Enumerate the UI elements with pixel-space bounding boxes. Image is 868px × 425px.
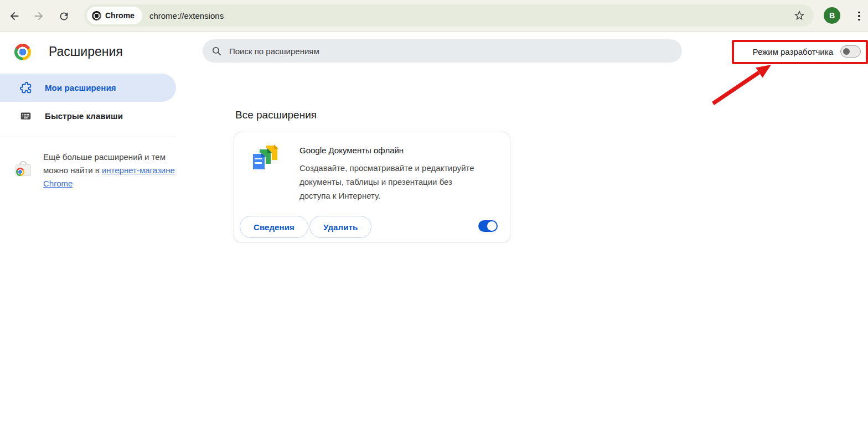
- sidebar-item-my-extensions[interactable]: Мои расширения: [0, 74, 176, 102]
- annotation-arrow: [703, 58, 781, 111]
- puzzle-icon: [20, 82, 32, 94]
- section-title: Все расширения: [235, 109, 317, 121]
- promo-line: Ещё больше расширений и: [43, 152, 149, 162]
- remove-button[interactable]: Удалить: [309, 216, 371, 238]
- forward-icon[interactable]: [32, 9, 45, 23]
- reload-icon[interactable]: [57, 9, 70, 23]
- extension-card: Google Документы офлайн Создавайте, прос…: [234, 132, 510, 242]
- browser-toolbar: Chrome chrome://extensions B: [0, 0, 868, 32]
- keyboard-icon: [20, 110, 32, 122]
- extension-icon: [252, 144, 280, 171]
- developer-mode-toggle[interactable]: [840, 45, 861, 58]
- profile-avatar[interactable]: B: [824, 7, 840, 24]
- page-title: Расширения: [49, 44, 123, 59]
- search-input[interactable]: [229, 46, 639, 56]
- sidebar-item-shortcuts[interactable]: Быстрые клавиши: [0, 102, 176, 130]
- extension-enabled-toggle[interactable]: [478, 220, 498, 232]
- extensions-search-bar[interactable]: [203, 39, 682, 63]
- address-bar[interactable]: Chrome chrome://extensions: [84, 4, 814, 27]
- chrome-mono-icon: [92, 11, 101, 20]
- site-info-badge[interactable]: Chrome: [87, 7, 142, 24]
- search-icon: [211, 46, 222, 56]
- bookmark-star-icon[interactable]: [793, 9, 805, 22]
- sidebar-divider: [0, 137, 176, 137]
- site-badge-label: Chrome: [105, 11, 135, 20]
- browser-menu-icon[interactable]: [854, 9, 865, 23]
- sidebar-item-label: Быстрые клавиши: [45, 111, 123, 121]
- url-text[interactable]: chrome://extensions: [149, 11, 224, 20]
- extension-description: Создавайте, просматривайте и редактируйт…: [299, 161, 502, 204]
- sidebar-item-label: Мои расширения: [45, 83, 116, 92]
- back-icon[interactable]: [8, 9, 21, 23]
- webstore-promo-text: Ещё больше расширений и тем можно найти …: [43, 151, 177, 190]
- chrome-logo-icon: [14, 44, 31, 60]
- developer-mode-control: Режим разработчика: [753, 41, 861, 62]
- details-button[interactable]: Сведения: [240, 216, 308, 238]
- extension-name: Google Документы офлайн: [299, 146, 404, 155]
- developer-mode-label: Режим разработчика: [753, 47, 833, 56]
- webstore-icon: [15, 160, 32, 177]
